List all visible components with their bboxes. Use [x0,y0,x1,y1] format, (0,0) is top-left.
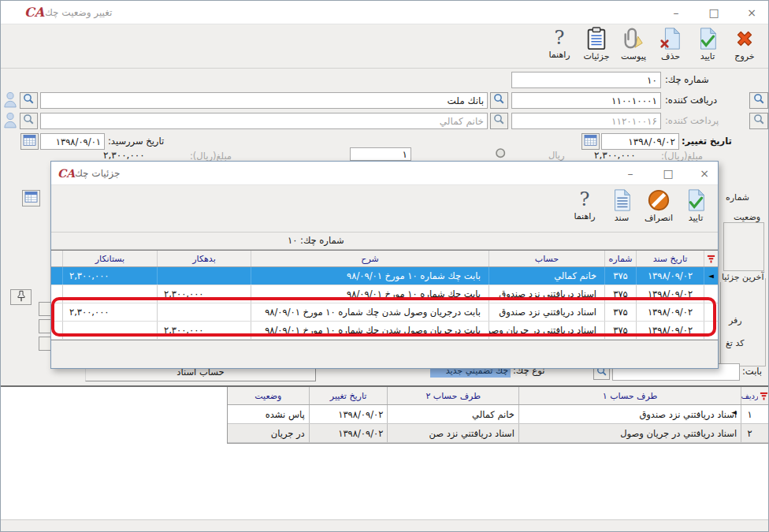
babat-label: بابت: [742,366,762,377]
status-groupbox-label: وضعيت [732,212,762,222]
delete-button[interactable]: حذف [653,27,688,66]
check-number-label: شماره چك: [665,74,709,85]
search-icon [753,93,765,108]
app-logo: CA [58,167,75,180]
details-icon [585,27,608,50]
column-header-account[interactable]: حساب [489,251,604,266]
check-number-input[interactable]: ۱۰ [511,72,661,88]
payer-label: پرداخت كننده: [665,115,719,126]
dialog-check-number: شماره چك: ۱۰ [288,235,344,246]
amount-label-left: مبلغ(ريال): [190,151,232,162]
dialog-maximize-button[interactable]: □ [655,163,682,184]
confirm-button[interactable]: تاييد [690,27,725,66]
column-header-voucher-date[interactable]: تاريخ سند [636,251,704,266]
receiver-search-button-2[interactable] [749,92,768,109]
payer-code-input: ۱۱۲۰۱۰۰۱۶ [511,113,661,129]
due-date-label: تاريخ سررسيد: [108,136,164,147]
close-button[interactable]: × [738,2,765,23]
search-icon [493,93,505,108]
dialog-toolbar: تاييد انصراف سند ? راهنما [51,185,718,233]
app-logo: CA [24,6,44,19]
filter-icon[interactable] [704,251,718,266]
filter-icon[interactable] [758,387,769,404]
dialog-check-number-strip: شماره چك: ۱۰ [51,233,718,250]
status-history-table: وضعيت تاريخ تغيير طرف حساب ۲ طرف حساب ۱ … [227,387,769,444]
rial-label: ريال [548,150,565,161]
payer-name-search-button[interactable] [20,113,38,129]
amount-value-left: ۲,۳۰۰,۰۰۰ [103,150,145,161]
amount-label-right: مبلغ(ريال): [661,151,703,162]
column-header-description[interactable]: شرح [251,251,489,266]
column-header-row[interactable]: رديف [741,387,758,404]
column-header-debit[interactable]: بدهكار [157,251,251,266]
voucher-icon [610,188,633,212]
change-date-label: تاريخ تغيير: [682,136,732,147]
receiver-name-search-button[interactable] [20,92,38,109]
cancel-icon [647,188,671,212]
column-header-change-date[interactable]: تاريخ تغيير [309,387,388,404]
column-header-credit[interactable]: بستانكار [62,251,157,266]
voucher-table-header: بستانكار بدهكار شرح حساب شماره تاريخ سند [51,251,718,267]
label-fragment: كد تغ [726,338,744,348]
status-table-header: وضعيت تاريخ تغيير طرف حساب ۲ طرف حساب ۱ … [228,387,769,405]
receiver-label: دريافت كننده: [665,95,717,106]
search-icon [23,93,35,108]
due-date-input[interactable]: ۱۳۹۸/۰۹/۰۱ [40,133,105,150]
search-icon [753,113,765,128]
exit-icon [733,27,756,50]
delete-icon [659,27,682,50]
main-window: CA تغيير وضعيت چك – □ × خروج تاييد حذف پ… [0,0,769,532]
column-header-account1[interactable]: طرف حساب ۱ [518,387,741,404]
dialog-voucher-button[interactable]: سند [604,188,639,228]
check-details-dialog: CA جزئيات چك – □ × تاييد انصراف سند [50,161,719,369]
column-header-account2[interactable]: طرف حساب ۲ [387,387,518,404]
pin-button[interactable] [10,289,32,305]
attachment-button[interactable]: پيوست [616,27,651,66]
row-field[interactable]: ۱ [350,147,411,161]
current-row-indicator: ◄ [704,267,718,285]
main-toolbar: خروج تاييد حذف پيوست جزئيات ? راهنما [1,24,768,69]
help-icon: ? [580,188,590,210]
receiver-code-input[interactable]: ۱۱۰۰۱۰۰۰۱ [511,92,661,109]
calendar-icon [24,191,38,206]
column-header-status[interactable]: وضعيت [228,387,309,404]
search-icon [23,113,35,128]
payer-search-button-2[interactable] [749,113,768,129]
dialog-minimize-button[interactable]: – [617,163,644,184]
calendar-button[interactable] [22,190,40,206]
calendar-icon [584,134,597,149]
payer-search-button[interactable] [490,113,508,129]
payer-name-input: خانم كمالي [40,113,488,129]
change-date-calendar-button[interactable] [581,133,600,150]
calendar-icon [23,134,36,149]
confirm-icon [684,188,708,212]
help-button[interactable]: ? راهنما [542,27,577,66]
last-details-groupbox-label: آخرين جزئيا [720,272,765,282]
change-date-input[interactable]: ۱۳۹۸/۰۹/۰۲ [601,133,679,150]
last-details-groupbox [720,278,766,366]
dialog-titlebar: CA جزئيات چك – □ × [51,162,718,185]
voucher-number-label-fragment: شماره [726,192,749,203]
dialog-confirm-button[interactable]: تاييد [678,188,713,228]
person-icon [3,90,17,112]
details-button[interactable]: جزئيات [579,27,614,66]
dialog-close-button[interactable]: × [691,163,718,184]
dialog-cancel-button[interactable]: انصراف [641,188,676,228]
amount-value-right: ۲,۳۰۰,۰۰۰ [594,150,636,161]
due-date-calendar-button[interactable] [20,133,39,150]
minimize-button[interactable]: – [663,2,689,23]
confirm-icon [696,27,719,50]
status-row[interactable]: پاس نشده ۱۳۹۸/۰۹/۰۲ خانم كمالي اسناد دري… [228,405,769,424]
receiver-name-input[interactable]: بانك ملت [40,92,488,109]
column-header-number[interactable]: شماره [604,251,636,266]
current-row-indicator: ◄ [731,409,737,416]
status-row[interactable]: در جريان ۱۳۹۸/۰۹/۰۲ اسناد دريافتني نزد ص… [228,424,769,443]
search-icon [493,113,505,128]
voucher-row[interactable]: ۲,۳۰۰,۰۰۰ بابت چك شماره ۱۰ مورخ ۹۸/۰۹/۰۱… [51,267,718,285]
dialog-title: جزئيات چك [75,168,120,179]
label-fragment: رفر [729,315,742,326]
maximize-button[interactable]: □ [700,2,727,23]
receiver-search-button[interactable] [490,92,508,109]
dialog-help-button[interactable]: ? راهنما [567,188,602,228]
exit-button[interactable]: خروج [727,27,762,66]
